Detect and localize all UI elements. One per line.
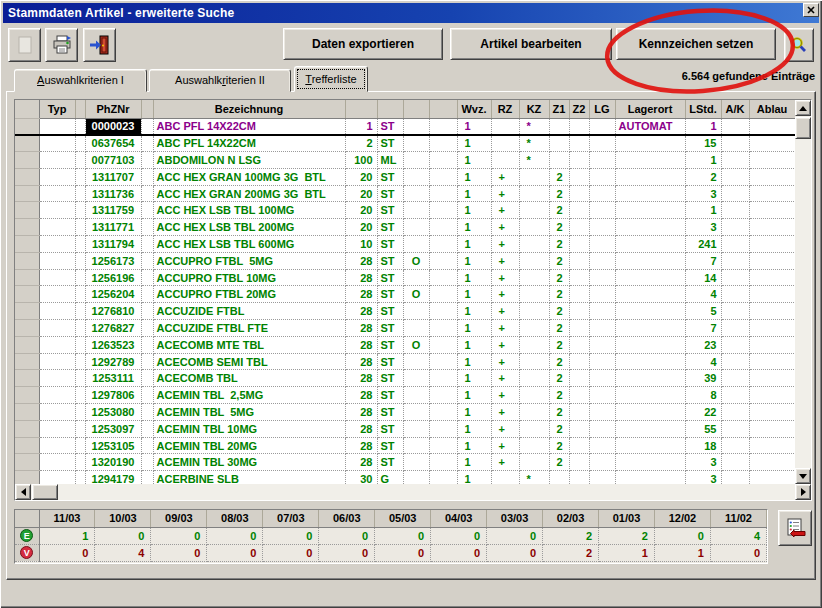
row-selector[interactable] xyxy=(15,219,39,236)
row-selector[interactable] xyxy=(15,420,39,437)
cell-ablauf xyxy=(749,152,795,169)
cell-lg xyxy=(589,336,615,353)
table-row[interactable]: 1253097ACEMIN TBL 10MG28ST1+255 xyxy=(15,420,795,437)
table-row[interactable]: 1311736ACC HEX GRAN 200MG 3G BTL20ST1+23 xyxy=(15,185,795,202)
table-row[interactable]: 1320190ACEMIN TBL 30MG28ST1+23 xyxy=(15,454,795,471)
row-selector[interactable] xyxy=(15,303,39,320)
cell-o xyxy=(403,353,429,370)
table-row[interactable]: 1311759ACC HEX LSB TBL 100MG20ST1+21 xyxy=(15,202,795,219)
cell-phznr: 1311794 xyxy=(85,236,141,253)
cell-sp2 xyxy=(141,370,153,387)
table-row[interactable]: 1263523ACECOMB MTE TBL28STO1+223 xyxy=(15,336,795,353)
table-row[interactable]: 1311794ACC HEX LSB TBL 600MG10ST1+2241 xyxy=(15,236,795,253)
set-flags-button[interactable]: Kennzeichen setzen xyxy=(616,28,776,60)
cell-lstd: 8 xyxy=(685,387,721,404)
close-button[interactable] xyxy=(803,3,819,17)
row-selector[interactable] xyxy=(15,286,39,303)
table-row[interactable]: 1292789ACECOMB SEMI TBL28ST1+24 xyxy=(15,353,795,370)
table-row[interactable]: 1253105ACEMIN TBL 20MG28ST1+218 xyxy=(15,437,795,454)
table-row[interactable]: 0637654ABC PFL 14X22CM2ST1*15 xyxy=(15,135,795,152)
row-selector[interactable] xyxy=(15,236,39,253)
cell-einheit: ML xyxy=(377,152,403,169)
blank-button[interactable] xyxy=(8,28,41,62)
table-row[interactable]: 1253111ACECOMB TBL28ST1+239 xyxy=(15,370,795,387)
hscroll-left-button[interactable] xyxy=(15,484,31,500)
row-selector[interactable] xyxy=(15,202,39,219)
edit-article-button[interactable]: Artikel bearbeiten xyxy=(450,28,612,60)
row-selector[interactable] xyxy=(15,252,39,269)
row-selector[interactable] xyxy=(15,437,39,454)
horizontal-scrollbar[interactable] xyxy=(15,484,811,500)
cell-ablauf xyxy=(749,219,795,236)
history-value: 2 xyxy=(599,527,655,544)
row-selector[interactable] xyxy=(15,370,39,387)
table-row[interactable]: 0000023ABC PFL 14X22CM1ST1*AUTOMAT1 xyxy=(15,118,795,135)
month-header: 02/03 xyxy=(543,510,599,527)
row-selector[interactable] xyxy=(15,168,39,185)
column-header-z2: Z2 xyxy=(569,100,589,118)
table-row[interactable]: 1256204ACCUPRO FTBL 20MG28STO1+24 xyxy=(15,286,795,303)
vscroll-up-button[interactable] xyxy=(795,100,811,116)
table-row[interactable]: 1253080ACEMIN TBL 5MG28ST1+222 xyxy=(15,404,795,421)
cell-o: O xyxy=(403,252,429,269)
cell-rz: + xyxy=(491,336,519,353)
cell-kz xyxy=(519,236,549,253)
vertical-scrollbar[interactable] xyxy=(795,100,811,484)
row-selector[interactable] xyxy=(15,185,39,202)
cell-sp3 xyxy=(429,152,457,169)
tab-auswahlkriterien-1[interactable]: Auswahlkriterien I xyxy=(14,69,147,92)
cell-phznr: 1253111 xyxy=(85,370,141,387)
table-row[interactable]: 1256173ACCUPRO FTBL 5MG28STO1+27 xyxy=(15,252,795,269)
cell-sp1 xyxy=(75,152,85,169)
row-selector[interactable] xyxy=(15,320,39,337)
hscroll-thumb[interactable] xyxy=(32,484,58,500)
cell-z2 xyxy=(569,370,589,387)
table-row[interactable]: 1256196ACCUPRO FTBL 10MG28ST1+214 xyxy=(15,269,795,286)
month-header: 06/03 xyxy=(319,510,375,527)
row-selector[interactable] xyxy=(15,269,39,286)
cell-kz xyxy=(519,370,549,387)
cell-lagerort xyxy=(615,252,685,269)
exit-button[interactable] xyxy=(83,28,116,62)
table-row[interactable]: 0077103ABDOMILON N LSG100ML1*1 xyxy=(15,152,795,169)
cell-lstd: 4 xyxy=(685,353,721,370)
table-row[interactable]: 1311771ACC HEX LSB TBL 200MG20ST1+23 xyxy=(15,219,795,236)
cell-typ xyxy=(39,420,75,437)
history-grid: 11/0310/0309/0308/0307/0306/0305/0304/03… xyxy=(14,509,768,564)
row-selector[interactable] xyxy=(15,152,39,169)
row-selector[interactable] xyxy=(15,404,39,421)
cell-einheit: ST xyxy=(377,286,403,303)
cell-lagerort xyxy=(615,437,685,454)
row-selector[interactable] xyxy=(15,336,39,353)
cell-sp2 xyxy=(141,353,153,370)
tab-trefferliste[interactable]: Trefferliste xyxy=(294,66,368,92)
row-selector[interactable] xyxy=(15,135,39,152)
table-row[interactable]: 1276827ACCUZIDE FTBL FTE28ST1+27 xyxy=(15,320,795,337)
row-selector[interactable] xyxy=(15,353,39,370)
table-row[interactable]: 1311707ACC HEX GRAN 100MG 3G BTL20ST1+22 xyxy=(15,168,795,185)
cell-menge: 1 xyxy=(345,118,377,135)
vscroll-thumb[interactable] xyxy=(795,117,811,139)
table-row[interactable]: 1276810ACCUZIDE FTBL28ST1+25 xyxy=(15,303,795,320)
table-row[interactable]: 1297806ACEMIN TBL 2,5MG28ST1+28 xyxy=(15,387,795,404)
cell-kz: * xyxy=(519,135,549,152)
cell-rz: + xyxy=(491,353,519,370)
search-button[interactable] xyxy=(784,28,814,62)
print-button[interactable] xyxy=(45,28,78,62)
cell-kz xyxy=(519,286,549,303)
row-selector[interactable] xyxy=(15,387,39,404)
tab-auswahlkriterien-2[interactable]: Auswahlkriterien II xyxy=(149,69,291,92)
row-selector[interactable] xyxy=(15,118,39,135)
cell-wvz: 1 xyxy=(457,420,491,437)
cell-kz xyxy=(519,219,549,236)
cell-lstd: 55 xyxy=(685,420,721,437)
history-detail-button[interactable] xyxy=(778,510,812,546)
row-selector[interactable] xyxy=(15,454,39,471)
cell-lagerort xyxy=(615,269,685,286)
history-value: 0 xyxy=(207,527,263,544)
hscroll-right-button[interactable] xyxy=(795,484,811,500)
cell-sp3 xyxy=(429,454,457,471)
vscroll-down-button[interactable] xyxy=(795,468,811,484)
export-data-button[interactable]: Daten exportieren xyxy=(283,28,443,60)
arrow-up-icon xyxy=(799,106,807,111)
